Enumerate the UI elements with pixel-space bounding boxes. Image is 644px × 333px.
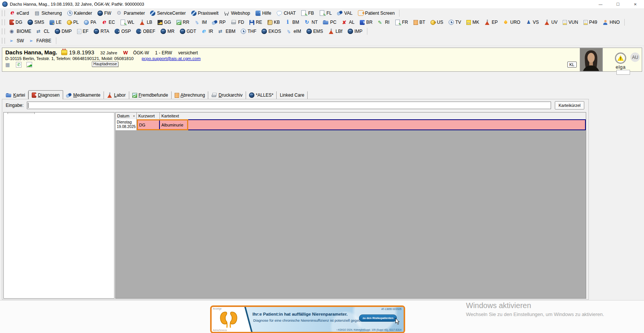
- karteikuerzel-button[interactable]: Karteikürzel: [555, 101, 584, 109]
- toolbar-button[interactable]: OBEF: [133, 27, 158, 35]
- column-header-datum[interactable]: Datum ▼: [116, 113, 137, 119]
- toolbar-button[interactable]: IM: [192, 18, 209, 26]
- elga-warning-icon[interactable]: !: [615, 52, 626, 64]
- toolbar-button[interactable]: WL: [118, 18, 137, 26]
- column-header-karteitext[interactable]: Karteitext: [160, 113, 586, 119]
- tab[interactable]: Diagnosen: [28, 90, 63, 99]
- toolbar-button[interactable]: BR: [357, 18, 375, 26]
- tab[interactable]: Labor: [104, 91, 129, 99]
- table-row[interactable]: Dienstag 19.08.2025 DG Albuminurie: [116, 119, 586, 130]
- menu-item[interactable]: FW: [95, 9, 114, 17]
- cell-karteitext[interactable]: Albuminurie: [159, 120, 585, 130]
- toolbar-button[interactable]: IMP: [345, 27, 365, 35]
- menu-item[interactable]: Praxiswelt: [189, 9, 221, 17]
- toolbar-button[interactable]: P49: [581, 18, 600, 26]
- menu-item[interactable]: ServiceCenter: [147, 9, 188, 17]
- tab[interactable]: Kartei: [3, 91, 28, 99]
- toolbar-button[interactable]: VUN: [560, 18, 581, 26]
- toolbar-button[interactable]: PC: [320, 18, 339, 26]
- toolbar-button[interactable]: PL: [64, 18, 82, 26]
- toolbar-button[interactable]: OSP: [112, 27, 133, 35]
- toolbar-button[interactable]: MK: [464, 18, 482, 26]
- toolbar-button[interactable]: SMS: [25, 18, 47, 26]
- toolbar-button[interactable]: AL: [339, 18, 357, 26]
- toolbar-grip[interactable]: [2, 38, 5, 44]
- toolbar-button[interactable]: RE: [247, 18, 265, 26]
- menu-item[interactable]: VAL: [334, 9, 355, 17]
- toolbar-button[interactable]: LBf: [326, 27, 345, 35]
- toolbar-button[interactable]: URO: [500, 18, 523, 26]
- toolbar-button[interactable]: RP: [209, 18, 228, 26]
- sort-descending-icon[interactable]: ▼: [133, 115, 135, 117]
- toolbar-button[interactable]: EP: [482, 18, 500, 26]
- eingabe-input[interactable]: [27, 102, 551, 109]
- menu-item[interactable]: Patient Screen: [355, 9, 398, 17]
- toolbar-button[interactable]: FARBE: [26, 37, 54, 45]
- toolbar-button[interactable]: DMP: [52, 27, 74, 35]
- grid-gray-icon[interactable]: [5, 62, 11, 68]
- menu-item[interactable]: Sicherung: [32, 9, 65, 17]
- toolbar-button[interactable]: RR: [174, 18, 192, 26]
- column-header-kurzwort[interactable]: Kurzwort: [137, 113, 160, 119]
- toolbar-button[interactable]: GDT: [177, 27, 199, 35]
- toolbar-button[interactable]: THF: [238, 27, 259, 35]
- toolbar-button[interactable]: US: [428, 18, 446, 26]
- tab[interactable]: Abrechnung: [172, 91, 209, 99]
- toolbar-button[interactable]: DG: [7, 18, 25, 26]
- toolbar-button[interactable]: SW: [7, 37, 26, 45]
- toolbar-button[interactable]: TV: [446, 18, 464, 26]
- tab[interactable]: Fremdbefunde: [129, 91, 172, 99]
- tab[interactable]: *ALLES*: [246, 91, 277, 99]
- toolbar-button[interactable]: RTA: [91, 27, 112, 35]
- toolbar-button[interactable]: EKOS: [259, 27, 283, 35]
- tab[interactable]: Linked Care: [277, 91, 308, 99]
- phone-icon[interactable]: [16, 62, 22, 68]
- toolbar-button[interactable]: BT: [411, 18, 428, 26]
- menu-item[interactable]: CHAT: [274, 9, 299, 17]
- toolbar-button[interactable]: IR: [199, 27, 216, 35]
- side-tree-panel[interactable]: [3, 112, 115, 299]
- toolbar-button[interactable]: UV: [542, 18, 560, 26]
- toolbar-grip[interactable]: [2, 10, 5, 16]
- toolbar-button[interactable]: MR: [158, 27, 177, 35]
- tab[interactable]: Druckarchiv: [208, 91, 246, 99]
- toolbar-button[interactable]: BM: [283, 18, 302, 26]
- ad-banner[interactable]: Anzeige AstraZeneca AT-13655 02/2025 Ihr…: [210, 305, 405, 333]
- toolbar-button[interactable]: BIOME: [7, 27, 34, 35]
- ad-cta-button[interactable]: zu den Risikopatienten: [359, 314, 397, 322]
- toolbar-button[interactable]: NT: [302, 18, 320, 26]
- chart-mini-icon[interactable]: [26, 62, 32, 68]
- menu-item[interactable]: FL: [317, 9, 334, 17]
- menu-item[interactable]: Webshop: [221, 9, 252, 17]
- toolbar-button[interactable]: RI: [375, 18, 392, 26]
- patient-email-link[interactable]: pcpo.support@ais-at.cgm.com: [142, 56, 201, 61]
- menu-item[interactable]: FB: [298, 9, 316, 17]
- toolbar-button[interactable]: KB: [265, 18, 283, 26]
- toolbar-button[interactable]: CL: [34, 27, 52, 35]
- toolbar-button[interactable]: EF: [74, 27, 91, 35]
- toolbar-button[interactable]: HNO: [600, 18, 622, 26]
- close-button[interactable]: ✕: [627, 0, 644, 8]
- selected-row[interactable]: DG Albuminurie: [137, 119, 586, 130]
- kl-button[interactable]: KL: [567, 62, 577, 68]
- toolbar-button[interactable]: EBM: [216, 27, 238, 35]
- toolbar-button[interactable]: VS: [523, 18, 542, 26]
- toolbar-grip[interactable]: [2, 19, 5, 25]
- toolbar-button[interactable]: LE: [47, 18, 64, 26]
- menu-item[interactable]: Kalender: [65, 9, 95, 17]
- maximize-button[interactable]: ☐: [609, 0, 627, 8]
- toolbar-button[interactable]: FD: [228, 18, 247, 26]
- toolbar-button[interactable]: EMS: [304, 27, 326, 35]
- menu-item[interactable]: Hilfe: [253, 9, 274, 17]
- toolbar-button[interactable]: LB: [137, 18, 155, 26]
- toolbar-button[interactable]: FR: [392, 18, 411, 26]
- toolbar-button[interactable]: EC: [99, 18, 118, 26]
- toolbar-grip[interactable]: [2, 28, 5, 34]
- menu-item[interactable]: eCard: [7, 9, 32, 17]
- menu-item[interactable]: Parameter: [114, 9, 147, 17]
- minimize-button[interactable]: —: [592, 0, 609, 8]
- toolbar-button[interactable]: PA: [81, 18, 99, 26]
- toolbar-button[interactable]: GG: [155, 18, 174, 26]
- toolbar-button[interactable]: eIM: [284, 27, 304, 35]
- elga-logo[interactable]: elga: [616, 64, 626, 70]
